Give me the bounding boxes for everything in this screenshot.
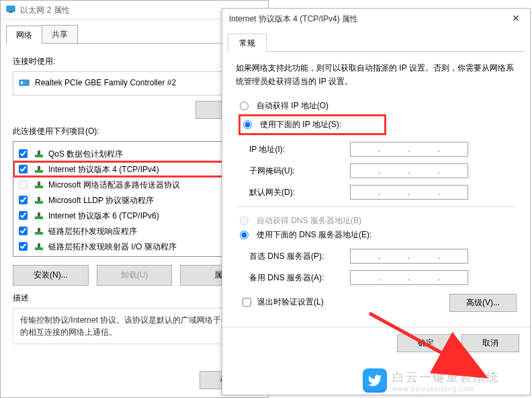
list-item[interactable]: Microsoft 网络适配器多路传送器协议: [13, 177, 255, 192]
svg-rect-17: [38, 243, 40, 247]
dns-fields: 首选 DNS 服务器(P): ... 备用 DNS 服务器(A): ...: [249, 249, 517, 285]
radio-manual-ip-label: 使用下面的 IP 地址(S):: [260, 119, 341, 130]
uninstall-button: 卸载(U): [97, 265, 173, 286]
subnet-label: 子网掩码(U):: [249, 165, 350, 177]
validate-label: 退出时验证设置(L): [257, 296, 324, 308]
description-text: 传输控制协议/Internet 协议。该协议是默认的广域网络于在不同的相互连接的…: [13, 308, 256, 344]
items-buttons: 安装(N)... 卸载(U) 属: [13, 265, 256, 286]
validate-checkbox[interactable]: [242, 298, 251, 307]
svg-rect-14: [35, 232, 43, 235]
dns1-label: 首选 DNS 服务器(P):: [249, 251, 350, 262]
svg-rect-7: [38, 166, 40, 170]
svg-rect-12: [35, 216, 43, 219]
item-label: Internet 协议版本 6 (TCP/IPv6): [48, 210, 159, 222]
radio-auto-ip-row[interactable]: 自动获得 IP 地址(O): [240, 99, 517, 113]
subnet-input[interactable]: ...: [350, 163, 468, 178]
adapter-name: Realtek PCIe GBE Family Controller #2: [35, 78, 176, 87]
list-item[interactable]: 链路层拓扑发现响应程序: [13, 223, 255, 239]
svg-rect-15: [38, 228, 40, 232]
advanced-button[interactable]: 高级(V)...: [449, 294, 517, 312]
svg-rect-8: [35, 186, 43, 188]
ethernet-icon: [6, 1, 15, 20]
list-item[interactable]: 链路层拓扑发现映射器 I/O 驱动程序: [13, 239, 255, 254]
protocol-icon: [34, 149, 44, 159]
svg-rect-3: [21, 81, 23, 84]
radio-manual-dns-label: 使用下面的 DNS 服务器地址(E):: [257, 229, 371, 241]
gateway-row: 默认网关(D): ...: [249, 185, 517, 200]
radio-manual-dns-row[interactable]: 使用下面的 DNS 服务器地址(E):: [240, 228, 517, 242]
svg-rect-11: [38, 197, 40, 201]
items-list[interactable]: QoS 数据包计划程序Internet 协议版本 4 (TCP/IPv4)Mic…: [13, 141, 256, 257]
item-label: Internet 协议版本 4 (TCP/IPv4): [48, 163, 159, 175]
description-section: 描述 传输控制协议/Internet 协议。该协议是默认的广域网络于在不同的相互…: [13, 292, 256, 344]
ethernet-title-text: 以太网 2 属性: [20, 5, 69, 15]
separator: [236, 206, 517, 207]
connect-using-label: 连接时使用:: [13, 56, 256, 67]
dns1-row: 首选 DNS 服务器(P): ...: [249, 249, 517, 264]
items-label: 此连接使用下列项目(O):: [13, 126, 256, 137]
ip-address-label: IP 地址(I):: [249, 144, 350, 155]
ipv4-properties-window: Internet 协议版本 4 (TCP/IPv4) 属性 ✕ 常规 如果网络支…: [222, 8, 531, 395]
dns2-row: 备用 DNS 服务器(A): ...: [249, 270, 517, 285]
gateway-label: 默认网关(D):: [249, 187, 350, 198]
watermark: 白云一键重装系统 www.baiyunxitong.com: [363, 368, 500, 393]
radio-manual-dns[interactable]: [240, 231, 249, 239]
svg-rect-13: [38, 212, 40, 216]
svg-rect-0: [7, 6, 15, 11]
svg-rect-4: [35, 155, 43, 157]
radio-auto-dns-row: 自动获得 DNS 服务器地址(B): [240, 214, 517, 228]
front-pane: 如果网络支持此功能，则可以获取自动指派的 IP 设置。否则，你需要从网络系统管理…: [222, 52, 530, 312]
list-item[interactable]: Internet 协议版本 6 (TCP/IPv6): [13, 208, 255, 223]
front-tabs: 常规: [228, 33, 525, 52]
dns2-input[interactable]: ...: [350, 270, 468, 285]
tab-share[interactable]: 共享: [42, 25, 78, 43]
item-checkbox[interactable]: [19, 227, 28, 235]
item-checkbox[interactable]: [19, 242, 28, 251]
front-ok-button[interactable]: 确定: [397, 334, 455, 352]
svg-rect-5: [38, 151, 40, 155]
svg-rect-9: [38, 182, 40, 186]
svg-rect-1: [9, 11, 13, 13]
subnet-row: 子网掩码(U): ...: [249, 163, 517, 178]
protocol-icon: [34, 241, 44, 252]
radio-auto-ip[interactable]: [240, 102, 249, 110]
list-item[interactable]: Internet 协议版本 4 (TCP/IPv4): [13, 161, 255, 177]
item-checkbox[interactable]: [19, 149, 28, 158]
list-item[interactable]: Microsoft LLDP 协议驱动程序: [13, 192, 255, 208]
svg-rect-10: [35, 201, 43, 204]
watermark-logo-icon: [363, 368, 387, 393]
protocol-icon: [34, 226, 44, 237]
nic-icon: [19, 77, 30, 88]
ip-fields: IP 地址(I): ... 子网掩码(U): ... 默认网关(D): ...: [249, 142, 517, 200]
ip-address-row: IP 地址(I): ...: [249, 142, 517, 157]
radio-manual-ip[interactable]: [243, 120, 252, 129]
configure-row: 配: [13, 101, 256, 119]
front-cancel-button[interactable]: 取消: [461, 334, 519, 352]
protocol-icon: [34, 180, 44, 190]
item-label: 链路层拓扑发现响应程序: [48, 225, 137, 237]
item-checkbox[interactable]: [19, 211, 28, 220]
item-label: 链路层拓扑发现映射器 I/O 驱动程序: [48, 241, 177, 253]
description-label: 描述: [13, 292, 256, 304]
list-item[interactable]: QoS 数据包计划程序: [13, 146, 255, 161]
watermark-sub: www.baiyunxitong.com: [392, 385, 500, 393]
intro-text: 如果网络支持此功能，则可以获取自动指派的 IP 设置。否则，你需要从网络系统管理…: [236, 61, 517, 88]
item-label: Microsoft 网络适配器多路传送器协议: [48, 179, 180, 191]
dns1-input[interactable]: ...: [350, 249, 468, 264]
gateway-input[interactable]: ...: [350, 185, 468, 200]
ipv4-titlebar: Internet 协议版本 4 (TCP/IPv4) 属性 ✕: [222, 9, 530, 29]
item-checkbox[interactable]: [19, 165, 28, 173]
item-label: Microsoft LLDP 协议驱动程序: [48, 194, 154, 206]
close-icon[interactable]: ✕: [506, 9, 526, 28]
install-button[interactable]: 安装(N)...: [13, 265, 89, 286]
tab-general[interactable]: 常规: [228, 34, 267, 52]
radio-auto-dns: [240, 216, 249, 225]
item-checkbox[interactable]: [19, 196, 28, 204]
ip-address-input[interactable]: ...: [350, 142, 468, 157]
radio-manual-ip-row[interactable]: 使用下面的 IP 地址(S):: [243, 118, 382, 132]
protocol-icon: [34, 210, 44, 221]
svg-rect-6: [35, 170, 43, 173]
radio-manual-ip-highlighted: 使用下面的 IP 地址(S):: [238, 114, 386, 135]
svg-rect-16: [35, 247, 43, 250]
tab-network[interactable]: 网络: [6, 26, 42, 44]
